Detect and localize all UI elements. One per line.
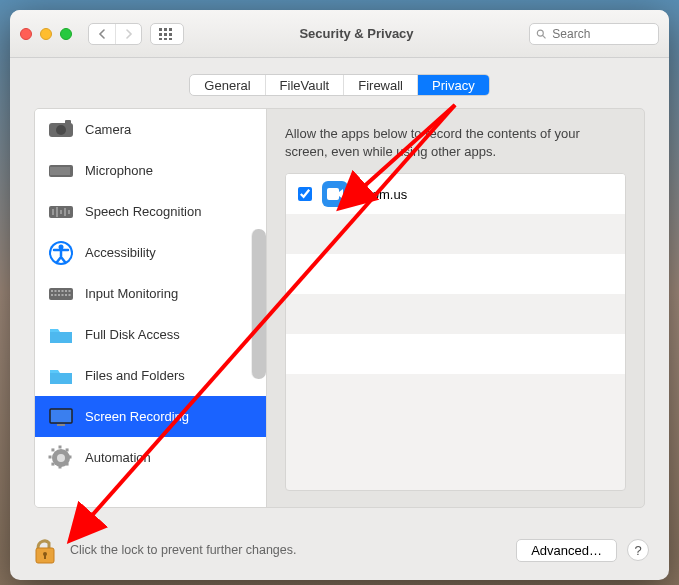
- app-row: [286, 214, 625, 254]
- svg-rect-8: [169, 38, 172, 40]
- svg-rect-46: [69, 294, 71, 296]
- folder-icon: [47, 321, 75, 349]
- sidebar-item-automation[interactable]: Automation: [35, 437, 266, 478]
- svg-line-10: [543, 35, 546, 38]
- titlebar: Security & Privacy: [10, 10, 669, 58]
- svg-rect-41: [51, 294, 53, 296]
- sidebar-item-label: Full Disk Access: [85, 327, 180, 342]
- svg-rect-53: [69, 455, 72, 458]
- nav-buttons: [88, 23, 142, 45]
- svg-rect-35: [51, 290, 53, 292]
- sidebar-item-full-disk-access[interactable]: Full Disk Access: [35, 314, 266, 355]
- search-field[interactable]: [529, 23, 659, 45]
- speech-icon: [47, 198, 75, 226]
- scrollbar[interactable]: [251, 229, 266, 379]
- sidebar-item-label: Camera: [85, 122, 131, 137]
- svg-rect-49: [50, 409, 72, 423]
- sidebar-item-microphone[interactable]: Microphone: [35, 150, 266, 191]
- svg-rect-2: [169, 28, 172, 31]
- sidebar-item-camera[interactable]: Camera: [35, 109, 266, 150]
- sidebar-item-accessibility[interactable]: Accessibility: [35, 232, 266, 273]
- screen-icon: [47, 403, 75, 431]
- privacy-sidebar[interactable]: CameraMicrophoneSpeech RecognitionAccess…: [35, 109, 267, 507]
- svg-rect-64: [44, 554, 46, 559]
- content-area: CameraMicrophoneSpeech RecognitionAccess…: [34, 108, 645, 508]
- search-icon: [536, 28, 546, 40]
- svg-rect-6: [159, 38, 162, 40]
- svg-rect-5: [169, 33, 172, 36]
- svg-rect-58: [51, 448, 54, 451]
- camera-icon: [47, 116, 75, 144]
- app-checkbox[interactable]: [298, 187, 312, 201]
- svg-rect-60: [66, 448, 69, 451]
- preferences-window: Security & Privacy GeneralFileVaultFirew…: [10, 10, 669, 580]
- svg-rect-47: [50, 332, 72, 343]
- main-panel: Allow the apps below to record the conte…: [267, 109, 644, 507]
- tab-general[interactable]: General: [190, 75, 265, 95]
- svg-rect-43: [58, 294, 60, 296]
- svg-point-9: [537, 30, 543, 36]
- gear-icon: [47, 444, 75, 472]
- tab-filevault[interactable]: FileVault: [266, 75, 345, 95]
- window-controls: [20, 28, 72, 40]
- app-row: zoom.us: [286, 174, 625, 214]
- sidebar-item-input-monitoring[interactable]: Input Monitoring: [35, 273, 266, 314]
- tabs-bar: GeneralFileVaultFirewallPrivacy: [10, 58, 669, 108]
- svg-rect-59: [59, 445, 62, 448]
- app-name-label: zoom.us: [358, 187, 407, 202]
- sidebar-item-files-and-folders[interactable]: Files and Folders: [35, 355, 266, 396]
- svg-rect-4: [164, 33, 167, 36]
- accessibility-icon: [47, 239, 75, 267]
- svg-rect-13: [65, 120, 71, 124]
- svg-rect-38: [62, 290, 64, 292]
- svg-rect-0: [159, 28, 162, 31]
- svg-rect-61: [327, 188, 339, 200]
- sidebar-item-label: Files and Folders: [85, 368, 185, 383]
- help-button[interactable]: ?: [627, 539, 649, 561]
- svg-rect-7: [164, 38, 167, 40]
- back-button[interactable]: [89, 24, 115, 44]
- tab-privacy[interactable]: Privacy: [418, 75, 489, 95]
- footer: Click the lock to prevent further change…: [10, 520, 669, 580]
- lock-hint-text: Click the lock to prevent further change…: [70, 543, 506, 557]
- window-title: Security & Privacy: [192, 26, 521, 41]
- close-window-button[interactable]: [20, 28, 32, 40]
- permission-description: Allow the apps below to record the conte…: [285, 125, 626, 161]
- keyboard-icon: [47, 280, 75, 308]
- svg-rect-44: [62, 294, 64, 296]
- svg-rect-3: [159, 33, 162, 36]
- search-input[interactable]: [552, 27, 652, 41]
- svg-rect-37: [58, 290, 60, 292]
- tab-firewall[interactable]: Firewall: [344, 75, 418, 95]
- microphone-icon: [47, 157, 75, 185]
- lock-icon[interactable]: [30, 535, 60, 565]
- app-list: zoom.us: [285, 173, 626, 491]
- show-all-button[interactable]: [150, 23, 184, 45]
- minimize-window-button[interactable]: [40, 28, 52, 40]
- svg-rect-56: [51, 462, 54, 465]
- sidebar-item-label: Speech Recognition: [85, 204, 201, 219]
- advanced-button[interactable]: Advanced…: [516, 539, 617, 562]
- sidebar-item-label: Accessibility: [85, 245, 156, 260]
- zoom-icon: [322, 181, 348, 207]
- svg-rect-54: [66, 462, 69, 465]
- zoom-window-button[interactable]: [60, 28, 72, 40]
- forward-button[interactable]: [115, 24, 141, 44]
- svg-rect-36: [55, 290, 57, 292]
- svg-rect-57: [49, 455, 52, 458]
- sidebar-item-label: Microphone: [85, 163, 153, 178]
- svg-rect-48: [50, 373, 72, 384]
- sidebar-item-speech-recognition[interactable]: Speech Recognition: [35, 191, 266, 232]
- svg-rect-39: [65, 290, 67, 292]
- svg-rect-40: [69, 290, 71, 292]
- sidebar-item-screen-recording[interactable]: Screen Recording: [35, 396, 266, 437]
- svg-point-12: [56, 125, 66, 135]
- app-row: [286, 334, 625, 374]
- sidebar-item-label: Automation: [85, 450, 151, 465]
- folder-icon: [47, 362, 75, 390]
- sidebar-item-label: Input Monitoring: [85, 286, 178, 301]
- sidebar-item-label: Screen Recording: [85, 409, 189, 424]
- app-row: [286, 294, 625, 334]
- svg-rect-42: [55, 294, 57, 296]
- app-row: [286, 254, 625, 294]
